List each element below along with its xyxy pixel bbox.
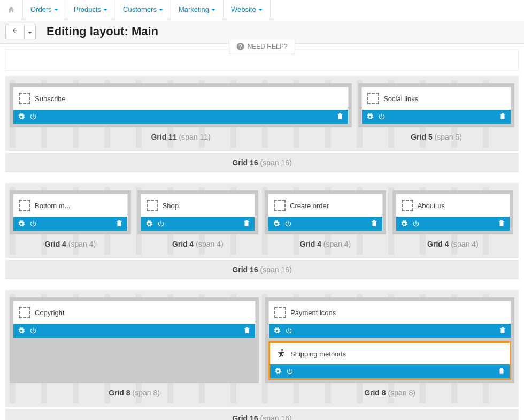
block-toolbar (396, 217, 510, 231)
power-icon[interactable] (285, 327, 292, 334)
nav-products-label: Products (74, 5, 101, 13)
nav-orders[interactable]: Orders (23, 0, 66, 19)
block-placeholder-icon (147, 200, 158, 211)
grid-cell[interactable]: About us Grid 4 (span 4) (392, 190, 514, 251)
title-bar: Editing layout: Main ? NEED HELP? (0, 19, 524, 44)
gear-icon[interactable] (18, 113, 25, 120)
block-toolbar (270, 364, 510, 378)
nav-website[interactable]: Website (224, 0, 271, 19)
block-shop[interactable]: Shop (141, 194, 256, 231)
grid-label: Grid 4 (span 4) (10, 234, 131, 251)
grid-label: Grid 8 (span 8) (10, 383, 259, 400)
power-icon[interactable] (286, 368, 294, 375)
power-icon[interactable] (378, 113, 386, 120)
gear-icon[interactable] (18, 327, 25, 334)
chevron-down-icon (159, 9, 163, 11)
block-bottom-menu[interactable]: Bottom m... (13, 194, 128, 231)
back-button-group (5, 24, 36, 39)
trash-icon[interactable] (499, 112, 506, 120)
block-placeholder-icon (274, 200, 286, 211)
block-placeholder-icon (19, 307, 30, 318)
power-icon[interactable] (157, 220, 165, 227)
home-icon (7, 6, 15, 13)
power-icon[interactable] (284, 220, 292, 227)
gear-icon[interactable] (273, 220, 280, 227)
chevron-down-icon (54, 9, 58, 11)
block-copyright[interactable]: Copyright (13, 301, 256, 338)
power-icon[interactable] (412, 220, 420, 227)
grid-section-1: Subscribe (5, 76, 519, 151)
block-placeholder-icon (367, 93, 379, 104)
nav-customers[interactable]: Customers (115, 0, 171, 19)
block-placeholder-icon (19, 200, 30, 211)
block-social-links[interactable]: Social links (361, 87, 511, 124)
running-person-icon (275, 348, 286, 359)
power-icon[interactable] (29, 220, 37, 227)
outer-grid-label: Grid 16 (span 16) (5, 260, 519, 279)
nav-products[interactable]: Products (66, 0, 115, 19)
power-icon[interactable] (29, 327, 37, 334)
grid-cell[interactable]: Copyright Grid 8 (span 8) (10, 297, 259, 400)
grid-cell[interactable]: Subscribe (10, 83, 352, 144)
trash-icon[interactable] (498, 219, 505, 227)
power-icon[interactable] (29, 113, 37, 120)
svg-point-0 (281, 349, 283, 351)
nav-marketing[interactable]: Marketing (171, 0, 224, 19)
chevron-down-icon (258, 9, 263, 11)
block-title: Social links (383, 95, 418, 103)
home-nav-item[interactable] (0, 0, 23, 19)
trash-icon[interactable] (243, 326, 251, 334)
chevron-down-icon (103, 9, 107, 11)
trash-icon[interactable] (371, 219, 378, 227)
block-title: Payment icons (290, 309, 336, 317)
layout-editor: Subscribe (5, 76, 519, 420)
gear-icon[interactable] (274, 368, 282, 375)
gear-icon[interactable] (366, 113, 374, 120)
trash-icon[interactable] (498, 367, 505, 375)
block-placeholder-icon (19, 93, 30, 104)
question-icon: ? (237, 43, 244, 50)
block-toolbar (13, 324, 255, 338)
trash-icon[interactable] (336, 112, 344, 120)
gear-icon[interactable] (273, 327, 281, 334)
help-label: NEED HELP? (248, 43, 288, 50)
grid-cell[interactable]: Payment icons Shipping methods (265, 297, 514, 400)
block-about-us[interactable]: About us (396, 194, 511, 231)
gear-icon[interactable] (18, 220, 25, 227)
trash-icon[interactable] (499, 326, 506, 334)
block-toolbar (269, 324, 511, 338)
block-subscribe[interactable]: Subscribe (13, 87, 349, 124)
block-title: About us (418, 202, 445, 210)
block-toolbar (141, 217, 255, 231)
block-payment-icons[interactable]: Payment icons (268, 301, 511, 338)
block-title: Create order (290, 202, 329, 210)
page-title: Editing layout: Main (47, 25, 158, 39)
need-help-button[interactable]: ? NEED HELP? (229, 40, 296, 54)
chevron-down-icon (28, 32, 32, 34)
grid-label: Grid 8 (span 8) (265, 383, 514, 400)
grid-cell[interactable]: Social links (358, 83, 514, 144)
block-toolbar (13, 110, 348, 124)
block-title: Shipping methods (290, 350, 346, 358)
block-title: Bottom m... (35, 202, 70, 210)
back-button[interactable] (5, 24, 25, 39)
grid-cell[interactable]: Shop Grid 4 (span 4) (137, 190, 259, 251)
trash-icon[interactable] (243, 219, 250, 227)
block-shipping-methods[interactable]: Shipping methods (268, 341, 511, 380)
block-placeholder-icon (402, 200, 413, 211)
grid-label: Grid 5 (span 5) (358, 127, 514, 144)
block-create-order[interactable]: Create order (268, 194, 383, 231)
grid-cell[interactable]: Create order Grid 4 (span 4) (265, 190, 386, 251)
nav-customers-label: Customers (123, 5, 157, 13)
gear-icon[interactable] (145, 220, 153, 227)
grid-label: Grid 11 (span 11) (10, 127, 352, 144)
grid-cell[interactable]: Bottom m... Grid 4 (span 4) (10, 190, 131, 251)
back-dropdown-button[interactable] (25, 24, 36, 39)
grid-section-2: Bottom m... Grid 4 (span 4) Shop (5, 183, 519, 258)
block-title: Subscribe (35, 95, 66, 103)
block-title: Shop (163, 202, 179, 210)
nav-website-label: Website (231, 5, 256, 13)
gear-icon[interactable] (400, 220, 408, 227)
top-nav: Orders Products Customers Marketing Webs… (0, 0, 524, 19)
trash-icon[interactable] (115, 219, 123, 227)
